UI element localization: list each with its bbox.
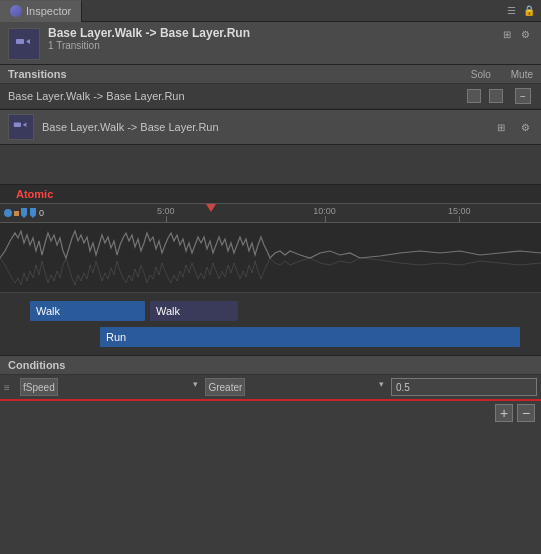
atomic-row: Atomic	[0, 185, 541, 203]
sub-transition-row: Base Layer.Walk -> Base Layer.Run ⊞ ⚙	[0, 110, 541, 145]
inspector-tab[interactable]: Inspector	[0, 0, 82, 22]
tab-controls: ☰ 🔒	[503, 3, 541, 19]
run-bar[interactable]: Run	[100, 327, 520, 347]
header-buttons: ⊞ ⚙	[499, 26, 533, 42]
ruler-15: 15:00	[448, 206, 471, 216]
transitions-col-headers: Solo Mute	[471, 69, 533, 80]
header-text: Base Layer.Walk -> Base Layer.Run 1 Tran…	[48, 26, 491, 51]
transition-header: Base Layer.Walk -> Base Layer.Run 1 Tran…	[0, 22, 541, 65]
transition-subtitle: 1 Transition	[48, 40, 491, 51]
sub-transition-icon	[8, 114, 34, 140]
tick-10	[325, 216, 326, 222]
ruler-10: 10:00	[313, 206, 336, 216]
mute-checkbox[interactable]	[489, 89, 503, 103]
condition-value-input[interactable]	[391, 378, 537, 396]
sub-transition-label: Base Layer.Walk -> Base Layer.Run	[42, 121, 485, 133]
svg-rect-2	[14, 123, 21, 128]
waveform-display	[0, 223, 541, 293]
svg-rect-0	[16, 39, 24, 44]
animation-bars: Walk Walk Run	[0, 293, 541, 356]
inspector-tab-icon	[10, 5, 22, 17]
ruler-5: 5:00	[157, 206, 175, 216]
collapse-container: −	[511, 84, 541, 108]
marker-playhead-left	[21, 208, 27, 218]
transition-icon	[8, 28, 40, 60]
marker-playhead-right	[30, 208, 36, 218]
anim-row-1: Walk Walk	[0, 299, 541, 323]
ruler-zero: 0	[39, 208, 44, 218]
param-select-wrap: fSpeed	[20, 378, 201, 396]
waveform-svg	[0, 223, 541, 293]
operator-select[interactable]: Greater	[205, 378, 245, 396]
mute-label: Mute	[511, 69, 533, 80]
transition-list-row[interactable]: Base Layer.Walk -> Base Layer.Run	[0, 86, 511, 106]
tick-5	[166, 216, 167, 222]
collapse-button[interactable]: −	[515, 88, 531, 104]
operator-select-wrap: Greater	[205, 378, 386, 396]
inspector-tab-label: Inspector	[26, 5, 71, 17]
conditions-label: Conditions	[8, 359, 65, 371]
ruler-marks-container: 5:00 10:00 15:00	[60, 204, 541, 222]
conditions-panel: Conditions ≡ fSpeed Greater + −	[0, 356, 541, 425]
sub-settings-icon[interactable]: ⊞	[493, 119, 509, 135]
playhead-marker[interactable]	[206, 204, 216, 212]
tick-15	[459, 216, 460, 222]
walk-bar-1-label: Walk	[36, 305, 60, 317]
marker-blue	[4, 209, 12, 217]
solo-label: Solo	[471, 69, 491, 80]
transitions-header: Transitions Solo Mute	[0, 65, 541, 84]
svg-marker-3	[23, 123, 27, 128]
solo-checkbox[interactable]	[467, 89, 481, 103]
conditions-header: Conditions	[0, 356, 541, 375]
transitions-panel: Transitions Solo Mute Base Layer.Walk ->…	[0, 65, 541, 110]
transition-title: Base Layer.Walk -> Base Layer.Run	[48, 26, 491, 40]
marker-orange	[14, 211, 19, 216]
conditions-footer: + −	[0, 401, 541, 425]
header-settings-icon[interactable]: ⊞	[499, 26, 515, 42]
walk-bar-2[interactable]: Walk	[150, 301, 238, 321]
anim-row-2: Run	[0, 325, 541, 349]
header-gear-icon[interactable]: ⚙	[517, 26, 533, 42]
atomic-label: Atomic	[8, 186, 61, 202]
tab-menu-button[interactable]: ☰	[503, 3, 519, 19]
ruler-left-controls: 0	[0, 208, 48, 218]
sub-gear-icon[interactable]: ⚙	[517, 119, 533, 135]
config-spacer	[0, 145, 541, 185]
run-bar-label: Run	[106, 331, 126, 343]
transition-checkboxes	[467, 89, 503, 103]
remove-condition-button[interactable]: −	[517, 404, 535, 422]
tab-lock-button[interactable]: 🔒	[521, 3, 537, 19]
param-select[interactable]: fSpeed	[20, 378, 58, 396]
transitions-label: Transitions	[8, 68, 67, 80]
timeline-area: Atomic 0 5:00 10:00 15:00	[0, 185, 541, 356]
condition-row-0: ≡ fSpeed Greater	[0, 375, 541, 401]
transition-row-container: Base Layer.Walk -> Base Layer.Run −	[0, 84, 541, 109]
svg-marker-1	[26, 39, 30, 44]
walk-bar-1[interactable]: Walk	[30, 301, 145, 321]
transition-row-label: Base Layer.Walk -> Base Layer.Run	[8, 90, 467, 102]
timeline-ruler[interactable]: 0 5:00 10:00 15:00	[0, 203, 541, 223]
tab-bar: Inspector ☰ 🔒	[0, 0, 541, 22]
add-condition-button[interactable]: +	[495, 404, 513, 422]
walk-bar-2-label: Walk	[156, 305, 180, 317]
drag-handle-icon[interactable]: ≡	[4, 382, 16, 393]
